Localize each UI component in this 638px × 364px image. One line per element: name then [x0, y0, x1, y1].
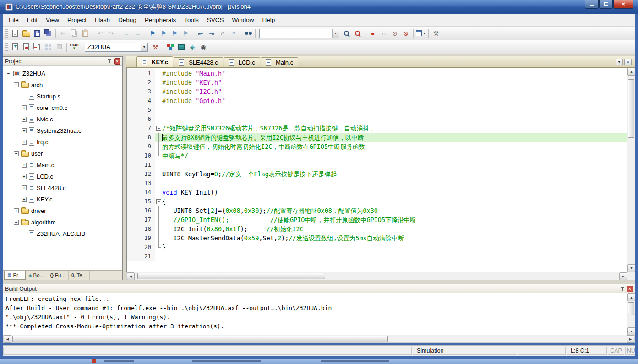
cut-icon[interactable]: ✂: [58, 28, 68, 38]
scrollbar-track[interactable]: [627, 301, 635, 327]
build-output-vertical-scrollbar[interactable]: ▲ ▼: [627, 293, 635, 335]
tree-item-Startup.s[interactable]: Startup.s: [3, 91, 122, 102]
fold-margin[interactable]: [155, 179, 162, 188]
tree-item-Z32HUA_ALG.LIB[interactable]: Z32HUA_ALG.LIB: [3, 228, 122, 239]
save-icon[interactable]: [32, 28, 42, 38]
batch-build-icon[interactable]: [43, 42, 53, 52]
code-line-11[interactable]: 11: [127, 160, 627, 169]
line-number[interactable]: 12: [127, 169, 155, 179]
code-line-18[interactable]: 18 I2C_Init(0x80,0x1f); //初始化I2C: [127, 224, 627, 234]
templates-tab[interactable]: 0,Te...: [69, 271, 90, 280]
build-target-icon[interactable]: [21, 42, 31, 52]
bookmark-toggle-icon[interactable]: ⚑: [147, 28, 158, 38]
project-panel-close-icon[interactable]: ×: [114, 58, 120, 65]
code-line-10[interactable]: 10中编写*/: [127, 151, 627, 160]
target-combo-dropdown-icon[interactable]: ▼: [141, 43, 147, 51]
code-line-13[interactable]: 13: [127, 179, 627, 188]
uncomment-selection-icon[interactable]: */: [229, 28, 239, 38]
fold-margin[interactable]: [155, 234, 162, 243]
code-line-8[interactable]: 8最多支持8X8矩阵的键盘驱动芯片。采用I2C协议与主机进行通信，以中断: [127, 133, 627, 142]
tree-expander[interactable]: −: [14, 220, 19, 225]
fold-margin[interactable]: [155, 133, 162, 142]
manage-components-icon[interactable]: [165, 42, 175, 52]
disable-all-breakpoints-icon[interactable]: ⊘: [390, 28, 400, 38]
toolbar-grip[interactable]: [5, 43, 8, 51]
tree-item-Nvic.c[interactable]: +Nvic.c: [3, 114, 122, 125]
menu-file[interactable]: File: [5, 15, 23, 25]
code-line-1[interactable]: 1#include "Main.h": [127, 69, 627, 78]
fold-margin[interactable]: [155, 124, 162, 133]
scroll-right-button[interactable]: ▶: [619, 272, 627, 280]
line-number[interactable]: 10: [127, 151, 155, 160]
tree-item-SLE4428.c[interactable]: +SLE4428.c: [3, 182, 122, 194]
close-document-button[interactable]: ×: [624, 59, 632, 65]
tree-item-Z32HUA[interactable]: −Z32HUA: [3, 68, 122, 79]
toolbar-grip[interactable]: [5, 29, 8, 38]
fold-margin[interactable]: [155, 87, 162, 96]
fold-margin[interactable]: [155, 206, 162, 215]
code-line-19[interactable]: 19 I2C_MasterSendData(0x59,Set,2);//发送设置…: [127, 234, 627, 243]
target-select-combo[interactable]: Z32HUA ▼: [85, 43, 148, 52]
menu-flash[interactable]: Flash: [91, 15, 114, 25]
tree-item-arch[interactable]: −arch: [3, 79, 122, 91]
comment-selection-icon[interactable]: /*: [218, 28, 228, 38]
indent-left-icon[interactable]: ⇤: [196, 28, 206, 38]
tree-item-Main.c[interactable]: +Main.c: [3, 159, 122, 171]
enable-disable-breakpoint-icon[interactable]: ○: [379, 28, 389, 38]
tree-item-KEY.c[interactable]: +KEY.c: [3, 194, 122, 205]
line-number[interactable]: 17: [127, 215, 155, 224]
find-combo[interactable]: ▼: [259, 29, 339, 38]
software-packs-icon[interactable]: ◈: [187, 42, 197, 52]
fold-margin[interactable]: [155, 160, 162, 169]
line-number[interactable]: 19: [127, 234, 155, 243]
line-number[interactable]: 7: [127, 124, 155, 133]
code-line-2[interactable]: 2#include "KEY.h": [127, 78, 627, 87]
tree-item-SystemZ32hua.c[interactable]: +SystemZ32hua.c: [3, 125, 122, 136]
build-output-horizontal-scrollbar[interactable]: ◀ ▶: [3, 335, 635, 343]
stop-build-icon[interactable]: [54, 42, 64, 52]
paste-icon[interactable]: [80, 28, 90, 38]
fold-margin[interactable]: [155, 69, 162, 78]
target-options-icon[interactable]: ⚒: [150, 42, 160, 52]
line-number[interactable]: 6: [127, 114, 155, 124]
manage-books-icon[interactable]: [176, 42, 186, 52]
tree-item-core_cm0.c[interactable]: +core_cm0.c: [3, 102, 122, 114]
menu-project[interactable]: Project: [63, 15, 91, 25]
h-scrollbar-thumb[interactable]: [12, 336, 388, 342]
fold-margin[interactable]: [155, 78, 162, 87]
bookmark-next-icon[interactable]: ⚑: [169, 28, 180, 38]
line-number[interactable]: 16: [127, 206, 155, 215]
tree-expander[interactable]: +: [22, 140, 27, 145]
code-editor[interactable]: 1#include "Main.h"2#include "KEY.h"3#inc…: [127, 68, 627, 272]
build-output-content[interactable]: FromELF: creating hex file...After Build…: [3, 293, 627, 335]
build-output-close-icon[interactable]: ×: [627, 286, 633, 292]
code-line-5[interactable]: 5: [127, 105, 627, 114]
fold-margin[interactable]: [155, 243, 162, 252]
nav-forward-icon[interactable]: →: [132, 28, 142, 38]
line-number[interactable]: 8: [127, 133, 155, 142]
code-line-17[interactable]: 17 //GPIO_IntEN(); //使能GPIO中断，并打开原函数中GPI…: [127, 215, 627, 224]
fold-margin[interactable]: [155, 188, 162, 197]
line-number[interactable]: 5: [127, 105, 155, 114]
code-line-15[interactable]: 15{: [127, 197, 627, 206]
tree-expander[interactable]: +: [22, 117, 27, 122]
scroll-up-button[interactable]: ▲: [627, 68, 635, 76]
fold-margin[interactable]: [155, 142, 162, 151]
code-line-20[interactable]: 20}: [127, 243, 627, 252]
fold-margin[interactable]: [155, 215, 162, 224]
dropdown-arrow-icon[interactable]: ▼: [423, 32, 426, 35]
scroll-down-button[interactable]: ▼: [627, 327, 635, 335]
copy-icon[interactable]: [69, 28, 79, 38]
editor-tab-KEY.c[interactable]: KEY.c: [136, 56, 173, 67]
find-in-files-icon[interactable]: [244, 28, 254, 38]
title-bar[interactable]: C:\Users\StephenJoosten\Desktop\Part2-Z3…: [0, 0, 638, 14]
code-line-21[interactable]: 21: [127, 252, 627, 261]
kill-all-breakpoints-icon[interactable]: ⊗: [401, 28, 411, 38]
incremental-find-icon[interactable]: [353, 28, 363, 38]
editor-tab-LCD.c[interactable]: LCD.c: [224, 57, 260, 67]
fold-margin[interactable]: [155, 224, 162, 234]
tree-expander[interactable]: +: [14, 208, 19, 213]
menu-help[interactable]: Help: [258, 15, 279, 25]
fold-margin[interactable]: [155, 96, 162, 105]
line-number[interactable]: 20: [127, 243, 155, 252]
